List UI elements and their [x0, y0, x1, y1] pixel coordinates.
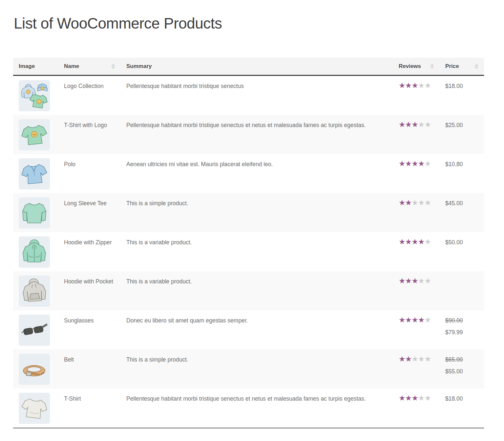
rating-stars: ★★★★★: [399, 316, 431, 324]
table-header: ImageNameSummaryReviewsPrice: [13, 58, 484, 76]
product-name: Hoodie with Pocket: [64, 278, 113, 285]
product-summary: This is a variable product.: [126, 239, 192, 246]
product-summary: Pellentesque habitant morbi tristique se…: [126, 83, 244, 89]
product-summary: Aenean ultricies mi vitae est. Mauris pl…: [126, 161, 273, 167]
rating-stars: ★★★★★: [399, 237, 431, 246]
sort-icon: [430, 64, 434, 69]
price-old: $90.00: [445, 315, 478, 326]
column-header-label: Name: [64, 63, 79, 70]
product-summary: Donec eu libero sit amet quam egestas se…: [126, 317, 248, 324]
column-header-label: Image: [19, 63, 35, 70]
belt-thumbnail: [19, 354, 50, 385]
column-header-reviews[interactable]: Reviews: [393, 58, 440, 76]
rating-stars: ★★★★★: [399, 394, 431, 402]
table-row: Polo Aenean ultricies mi vitae est. Maur…: [13, 154, 484, 193]
price-current: $79.99: [445, 326, 478, 338]
rating-stars: ★★★★★: [399, 81, 431, 90]
tshirt-with-logo-thumbnail: [19, 119, 50, 150]
hoodie-with-pocket-thumbnail: [19, 276, 50, 307]
table-row: Hoodie with Zipper This is a variable pr…: [13, 232, 484, 271]
product-summary: This is a simple product.: [126, 200, 188, 207]
price-old: $65.00: [445, 354, 478, 365]
table-row: Sunglasses Donec eu libero sit amet quam…: [13, 310, 484, 349]
column-header-label: Reviews: [399, 63, 421, 70]
product-name: Belt: [64, 356, 74, 363]
column-header-label: Summary: [126, 63, 152, 70]
product-name: Polo: [64, 161, 75, 167]
price-current: $10.80: [445, 158, 478, 170]
product-summary: Pellentesque habitant morbi tristique se…: [126, 122, 366, 128]
price-current: $18.00: [445, 393, 478, 405]
product-name: Hoodie with Zipper: [64, 239, 112, 246]
logo-collection-thumbnail: [19, 80, 50, 111]
column-header-label: Price: [445, 63, 459, 70]
rating-stars: ★★★★★: [399, 120, 431, 129]
price-current: $18.00: [445, 80, 478, 92]
table-row: T-Shirt with Logo Pellentesque habitant …: [13, 115, 484, 154]
product-summary: This is a variable product.: [126, 278, 192, 285]
table-row: Logo Collection Pellentesque habitant mo…: [13, 76, 484, 115]
column-header-image: Image: [13, 58, 58, 76]
product-summary: Pellentesque habitant morbi tristique se…: [126, 395, 366, 402]
table-row: Long Sleeve Tee This is a simple product…: [13, 193, 484, 232]
product-name: Sunglasses: [64, 317, 94, 324]
price-current: $50.00: [445, 236, 478, 248]
price-current: $55.00: [445, 365, 478, 377]
hoodie-with-zipper-thumbnail: [19, 236, 50, 268]
long-sleeve-tee-thumbnail: [19, 197, 50, 229]
tshirt-thumbnail: [19, 393, 50, 424]
polo-thumbnail: [19, 158, 50, 189]
product-name: Logo Collection: [64, 83, 104, 89]
column-header-summary: Summary: [121, 58, 393, 76]
table-row: Hoodie with Pocket This is a variable pr…: [13, 271, 484, 310]
rating-stars: ★★★★★: [399, 355, 431, 363]
sort-icon: [474, 64, 478, 69]
product-name: T-Shirt with Logo: [64, 122, 107, 128]
price-current: $45.00: [445, 197, 478, 209]
table-row: T-Shirt Pellentesque habitant morbi tris…: [13, 388, 484, 428]
sunglasses-thumbnail: [19, 315, 50, 346]
products-table: ImageNameSummaryReviewsPrice Logo Collec…: [13, 58, 484, 429]
rating-stars: ★★★★★: [399, 159, 431, 168]
product-name: Long Sleeve Tee: [64, 200, 107, 207]
product-name: T-Shirt: [64, 395, 81, 402]
rating-stars: ★★★★★: [399, 276, 431, 285]
column-header-name[interactable]: Name: [58, 58, 121, 76]
product-summary: This is a simple product.: [126, 356, 188, 363]
price-current: $25.00: [445, 119, 478, 131]
sort-icon: [111, 64, 115, 69]
table-row: Belt This is a simple product. ★★★★★ $65…: [13, 349, 484, 388]
rating-stars: ★★★★★: [399, 198, 431, 207]
column-header-price[interactable]: Price: [440, 58, 484, 76]
page-title: List of WooCommerce Products: [14, 14, 504, 32]
